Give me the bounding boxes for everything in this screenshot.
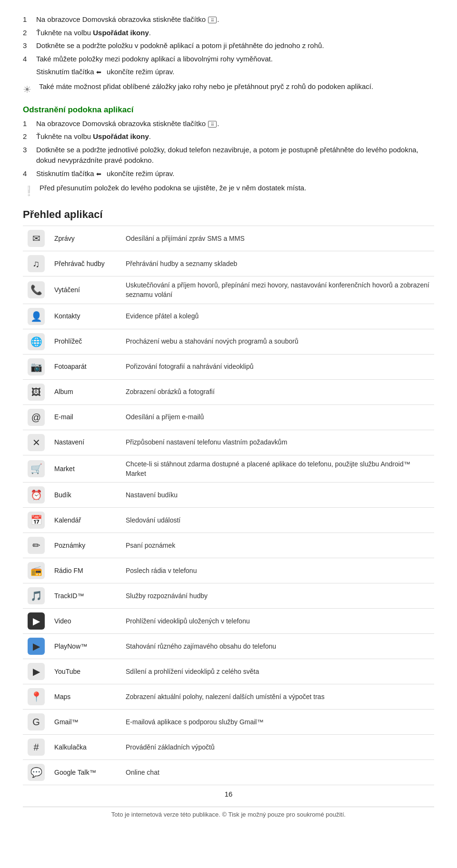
apps-table: ✉ZprávyOdesílání a přijímání zpráv SMS a… bbox=[23, 226, 434, 785]
app-row: @E-mailOdesílání a příjem e-mailů bbox=[23, 404, 434, 430]
app-name: Market bbox=[50, 455, 121, 483]
app-name: Prohlížeč bbox=[50, 329, 121, 354]
app-description: Sledování událostí bbox=[121, 508, 434, 533]
app-icon: # bbox=[28, 739, 45, 756]
app-icon-cell: 🛒 bbox=[23, 455, 50, 483]
app-description: Zobrazení aktuální polohy, nalezení dalš… bbox=[121, 684, 434, 710]
app-icon-cell: 📷 bbox=[23, 354, 50, 379]
app-icon: 📻 bbox=[28, 562, 45, 579]
app-icon-cell: ▶ bbox=[23, 659, 50, 684]
app-icon: 🛒 bbox=[28, 460, 45, 477]
app-row: 🖼AlbumZobrazení obrázků a fotografií bbox=[23, 379, 434, 404]
app-icon: 📷 bbox=[28, 358, 45, 375]
app-icon: ⏰ bbox=[28, 486, 45, 503]
app-description: Provádění základních výpočtů bbox=[121, 735, 434, 760]
app-icon: 🎵 bbox=[28, 587, 45, 604]
app-description: Přizpůsobení nastavení telefonu vlastním… bbox=[121, 430, 434, 455]
app-name: Poznámky bbox=[50, 533, 121, 558]
tip-icon: ☀ bbox=[23, 82, 34, 97]
app-name: Nastavení bbox=[50, 430, 121, 455]
remove-step-3: 3 Dotkněte se a podržte jednotlivé polož… bbox=[23, 145, 434, 166]
remove-steps: 1 Na obrazovce Domovská obrazovka stiskn… bbox=[23, 118, 434, 179]
app-icon: 👤 bbox=[28, 308, 45, 325]
app-description: Stahování různého zajímavého obsahu do t… bbox=[121, 634, 434, 659]
app-icon: 📞 bbox=[28, 281, 45, 298]
app-row: 📍MapsZobrazení aktuální polohy, nalezení… bbox=[23, 684, 434, 710]
app-row: 🎵TrackID™Služby rozpoznávání hudby bbox=[23, 583, 434, 609]
app-row: ✏PoznámkyPsaní poznámek bbox=[23, 533, 434, 558]
menu-icon: ⠿ bbox=[208, 121, 217, 128]
app-icon-cell: 🎵 bbox=[23, 583, 50, 609]
app-name: Rádio FM bbox=[50, 558, 121, 583]
tip-text: Také máte možnost přidat oblíbené záložk… bbox=[39, 81, 373, 92]
app-description: Psaní poznámek bbox=[121, 533, 434, 558]
app-row: ♫Přehrávač hudbyPřehrávání hudby a sezna… bbox=[23, 251, 434, 276]
app-icon: ✕ bbox=[28, 434, 45, 451]
app-row: GGmail™E-mailová aplikace s podporou slu… bbox=[23, 710, 434, 735]
app-name: Maps bbox=[50, 684, 121, 710]
section-heading: Odstranění podokna aplikací bbox=[23, 105, 434, 115]
app-row: ▶YouTubeSdílení a prohlížení videoklipů … bbox=[23, 659, 434, 684]
app-icon: 💬 bbox=[28, 764, 45, 781]
app-icon-cell: ♫ bbox=[23, 251, 50, 276]
app-name: Zprávy bbox=[50, 226, 121, 251]
back-icon: ⬅ bbox=[96, 171, 105, 178]
app-icon-cell: 📻 bbox=[23, 558, 50, 583]
app-icon-cell: 📍 bbox=[23, 684, 50, 710]
app-row: ▶PlayNow™Stahování různého zajímavého ob… bbox=[23, 634, 434, 659]
step-number bbox=[23, 67, 31, 78]
app-icon-cell: ✕ bbox=[23, 430, 50, 455]
app-row: 📞VytáčeníUskutečňování a příjem hovorů, … bbox=[23, 276, 434, 304]
app-name: Kalkulačka bbox=[50, 735, 121, 760]
app-row: ✉ZprávyOdesílání a přijímání zpráv SMS a… bbox=[23, 226, 434, 251]
app-icon-cell: 👤 bbox=[23, 304, 50, 329]
app-icon: 📅 bbox=[28, 512, 45, 529]
app-icon-cell: 📞 bbox=[23, 276, 50, 304]
app-description: Odesílání a příjem e-mailů bbox=[121, 404, 434, 430]
app-icon: ▶ bbox=[28, 663, 45, 680]
app-name: Video bbox=[50, 609, 121, 634]
app-row: ⏰BudíkNastavení budíku bbox=[23, 483, 434, 508]
app-name: Album bbox=[50, 379, 121, 404]
app-icon: G bbox=[28, 713, 45, 730]
app-row: 📻Rádio FMPoslech rádia v telefonu bbox=[23, 558, 434, 583]
app-description: Služby rozpoznávání hudby bbox=[121, 583, 434, 609]
app-icon: ♫ bbox=[28, 255, 45, 272]
app-icon-cell: 📅 bbox=[23, 508, 50, 533]
page-number: 16 bbox=[23, 790, 434, 798]
app-name: Fotoaparát bbox=[50, 354, 121, 379]
intro-steps: 1 Na obrazovce Domovská obrazovka stiskn… bbox=[23, 14, 434, 78]
app-description: Poslech rádia v telefonu bbox=[121, 558, 434, 583]
app-icon-cell: # bbox=[23, 735, 50, 760]
app-description: Online chat bbox=[121, 760, 434, 785]
app-description: E-mailová aplikace s podporou služby Gma… bbox=[121, 710, 434, 735]
app-name: E-mail bbox=[50, 404, 121, 430]
app-icon: ✏ bbox=[28, 537, 45, 554]
app-description: Přehrávání hudby a seznamy skladeb bbox=[121, 251, 434, 276]
remove-step-2: 2 Ťukněte na volbu Uspořádat ikony. bbox=[23, 131, 434, 142]
app-description: Procházení webu a stahování nových progr… bbox=[121, 329, 434, 354]
footer-text: Toto je internetová verze této publikace… bbox=[111, 811, 346, 818]
app-description: Odesílání a přijímání zpráv SMS a MMS bbox=[121, 226, 434, 251]
app-icon: @ bbox=[28, 409, 45, 426]
app-icon-cell: 💬 bbox=[23, 760, 50, 785]
app-row: 🛒MarketChcete-li si stáhnout zdarma dost… bbox=[23, 455, 434, 483]
step-number: 2 bbox=[23, 131, 31, 142]
step-number: 3 bbox=[23, 40, 31, 51]
warning-block: ❕ Před přesunutím položek do levého podo… bbox=[23, 183, 434, 198]
step-2: 2 Ťukněte na volbu Uspořádat ikony. bbox=[23, 28, 434, 39]
app-description: Uskutečňování a příjem hovorů, přepínání… bbox=[121, 276, 434, 304]
warning-text: Před přesunutím položek do levého podokn… bbox=[40, 183, 306, 194]
app-icon: 📍 bbox=[28, 688, 45, 705]
step-number: 2 bbox=[23, 28, 31, 39]
app-icon: ✉ bbox=[28, 230, 45, 247]
app-row: 🌐ProhlížečProcházení webu a stahování no… bbox=[23, 329, 434, 354]
app-icon-cell: ▶ bbox=[23, 609, 50, 634]
step-4a: 4 Také můžete položky mezi podokny aplik… bbox=[23, 54, 434, 65]
apps-heading: Přehled aplikací bbox=[23, 208, 434, 221]
step-4b: Stisknutím tlačítka ⬅ ukončíte režim úpr… bbox=[23, 67, 434, 78]
app-description: Prohlížení videoklipů uložených v telefo… bbox=[121, 609, 434, 634]
remove-step-1: 1 Na obrazovce Domovská obrazovka stiskn… bbox=[23, 118, 434, 129]
back-icon: ⬅ bbox=[96, 69, 105, 76]
step-number: 3 bbox=[23, 145, 31, 166]
